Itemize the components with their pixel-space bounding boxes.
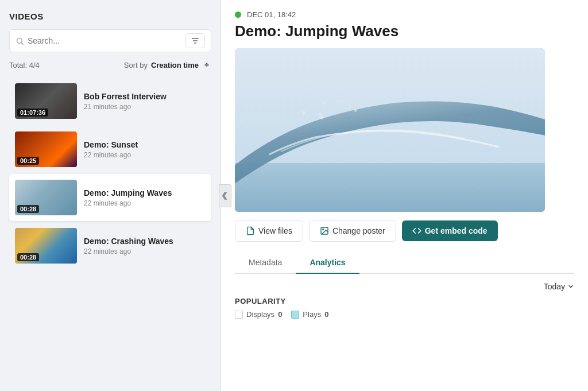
video-item-demo-jumping[interactable]: 00:28 Demo: Jumping Waves 22 minutes ago: [9, 174, 211, 221]
filter-icon: [191, 36, 200, 45]
tab-analytics-label: Analytics: [310, 258, 345, 267]
plays-legend-box: [291, 311, 299, 319]
search-bar: [9, 29, 211, 52]
duration-demo-sunset: 00:25: [17, 157, 39, 165]
image-icon: [320, 226, 329, 235]
displays-count: 0: [278, 310, 282, 319]
change-poster-button[interactable]: Change poster: [309, 220, 396, 242]
svg-rect-8: [235, 163, 545, 212]
tab-metadata-label: Metadata: [249, 258, 282, 267]
sidebar-title: VIDEOS: [9, 11, 211, 21]
video-name-demo-sunset: Demo: Sunset: [84, 140, 206, 149]
duration-bob-forrest: 01:07:36: [17, 109, 48, 117]
displays-label: Displays: [246, 310, 274, 319]
period-selector[interactable]: Today: [544, 282, 574, 291]
total-count: Total: 4/4: [9, 61, 40, 69]
thumbnail-demo-jumping: 00:28: [15, 180, 77, 215]
video-item-demo-crashing[interactable]: 00:28 Demo: Crashing Waves 22 minutes ag…: [9, 222, 211, 269]
tab-metadata[interactable]: Metadata: [235, 252, 296, 274]
tab-analytics[interactable]: Analytics: [296, 252, 359, 274]
video-item-demo-sunset[interactable]: 00:25 Demo: Sunset 22 minutes ago: [9, 126, 211, 173]
plays-count: 0: [324, 310, 328, 319]
svg-point-19: [366, 98, 368, 100]
duration-demo-jumping: 00:28: [17, 205, 39, 213]
period-label: Today: [544, 282, 565, 291]
thumbnail-bob-forrest: 01:07:36: [15, 83, 77, 119]
wave-illustration: [235, 48, 545, 212]
video-preview: [235, 48, 545, 212]
displays-legend-box: [235, 311, 243, 319]
action-bar: View files Change poster Get embed code: [235, 220, 574, 242]
popularity-label: POPULARITY: [235, 297, 574, 305]
video-list: 01:07:36 Bob Forrest Interview 21 minute…: [9, 78, 211, 270]
sort-prefix: Sort by: [124, 61, 148, 69]
svg-point-13: [303, 111, 305, 115]
video-time-bob-forrest: 21 minutes ago: [84, 103, 206, 111]
analytics-panel: Today POPULARITY Displays 0 Plays 0: [235, 282, 574, 319]
chevron-down-icon: [567, 283, 574, 290]
thumbnail-demo-crashing: 00:28: [15, 228, 77, 264]
video-info-demo-sunset: Demo: Sunset 22 minutes ago: [84, 140, 206, 159]
video-time-demo-crashing: 22 minutes ago: [84, 247, 206, 255]
duration-demo-crashing: 00:28: [17, 253, 39, 261]
video-time-demo-jumping: 22 minutes ago: [84, 199, 206, 207]
get-embed-code-label: Get embed code: [425, 226, 488, 235]
collapse-handle[interactable]: [219, 184, 231, 207]
filter-button[interactable]: [185, 33, 205, 48]
sort-arrow[interactable]: [202, 60, 211, 69]
get-embed-code-button[interactable]: Get embed code: [402, 220, 498, 241]
video-time-demo-sunset: 22 minutes ago: [84, 151, 206, 159]
search-icon: [16, 37, 24, 45]
video-info-demo-jumping: Demo: Jumping Waves 22 minutes ago: [84, 188, 206, 207]
video-info-demo-crashing: Demo: Crashing Waves 22 minutes ago: [84, 237, 206, 255]
sort-bar: Total: 4/4 Sort by Creation time: [9, 60, 211, 69]
svg-point-23: [323, 229, 324, 230]
svg-point-21: [418, 97, 420, 99]
view-files-label: View files: [258, 226, 292, 235]
page-title: Demo: Jumping Waves: [235, 22, 574, 40]
svg-point-17: [377, 94, 380, 96]
search-input[interactable]: [28, 36, 185, 45]
video-name-demo-crashing: Demo: Crashing Waves: [84, 237, 206, 246]
video-header: DEC 01, 18:42: [235, 10, 574, 19]
video-date: DEC 01, 18:42: [247, 10, 296, 19]
sidebar: VIDEOS Total: 4/4 Sort by Creation time …: [0, 0, 221, 391]
embed-icon: [412, 226, 421, 235]
video-name-bob-forrest: Bob Forrest Interview: [84, 92, 206, 101]
svg-line-1: [21, 42, 23, 44]
main-content: DEC 01, 18:42 Demo: Jumping Waves: [221, 0, 588, 391]
analytics-header: Today: [235, 282, 574, 291]
thumbnail-demo-sunset: 00:25: [15, 131, 77, 167]
video-item-bob-forrest[interactable]: 01:07:36 Bob Forrest Interview 21 minute…: [9, 78, 211, 125]
video-name-demo-jumping: Demo: Jumping Waves: [84, 188, 206, 198]
legend-plays: Plays 0: [291, 310, 328, 319]
file-icon: [246, 226, 255, 235]
change-poster-label: Change poster: [332, 226, 385, 235]
legend-displays: Displays 0: [235, 310, 282, 319]
sort-direction-icon: [202, 60, 211, 69]
popularity-legend: Displays 0 Plays 0: [235, 310, 574, 319]
svg-point-18: [389, 91, 391, 93]
sort-by-label: Creation time: [151, 61, 199, 69]
svg-point-20: [406, 93, 408, 95]
video-info-bob-forrest: Bob Forrest Interview 21 minutes ago: [84, 92, 206, 111]
tabs: Metadata Analytics: [235, 252, 574, 274]
plays-label: Plays: [303, 310, 321, 319]
chevron-left-icon: [222, 191, 228, 200]
popularity-section: POPULARITY Displays 0 Plays 0: [235, 297, 574, 319]
view-files-button[interactable]: View files: [235, 220, 303, 242]
status-indicator: [235, 11, 241, 18]
